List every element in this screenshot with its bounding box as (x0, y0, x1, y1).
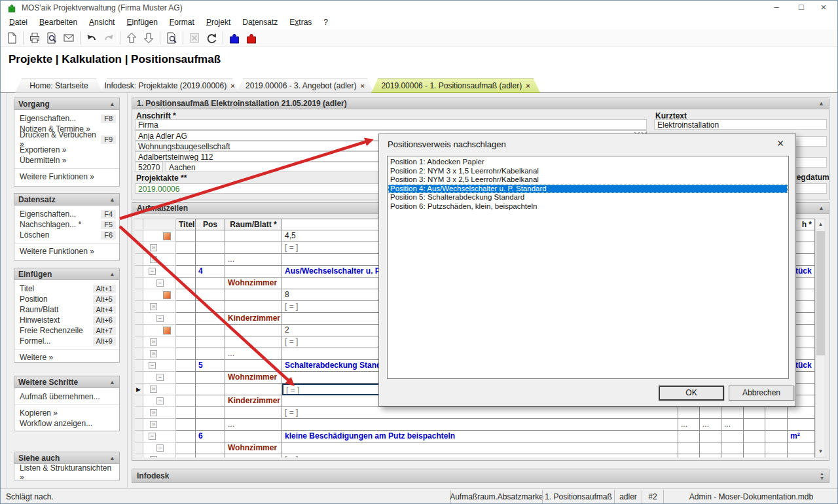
grid-header-titel[interactable]: Titel (176, 219, 196, 230)
sidebar-panel-header[interactable]: Datensatz▲ (14, 194, 119, 206)
grid-cell-n1[interactable] (678, 454, 700, 458)
tree-collapse-icon[interactable]: − (156, 397, 164, 405)
grid-header-pos[interactable]: Pos (196, 219, 225, 230)
grid-cell-n1[interactable] (678, 442, 700, 454)
tab-1[interactable]: Home: Startseite (15, 79, 103, 93)
tree-expand-icon[interactable]: » (150, 350, 157, 357)
grid-cell-raum[interactable] (225, 407, 282, 419)
tree-collapse-icon[interactable]: − (149, 268, 156, 275)
sidebar-item-kopieren[interactable]: Kopieren » (14, 408, 119, 418)
collapse-up-icon[interactable]: ▲ (109, 455, 115, 461)
grid-cell-text[interactable]: kleine Beschädigungen am Putz beispachte… (282, 431, 678, 442)
grid-cell-raum[interactable] (225, 242, 282, 254)
sidebar-item-position[interactable]: PositionAlt+5 (14, 294, 119, 304)
grid-cell-sel[interactable] (135, 360, 143, 372)
cancel-button[interactable]: Abbrechen (729, 386, 794, 401)
grid-cell-text[interactable]: [ = ] (282, 407, 678, 419)
grid-cell-pos[interactable] (196, 242, 225, 254)
grid-cell-sel[interactable] (135, 442, 143, 454)
grid-cell-sel[interactable] (135, 454, 143, 458)
tree-collapse-icon[interactable]: − (149, 362, 156, 369)
grid-cell-n4[interactable] (744, 407, 765, 419)
grid-cell-titel[interactable] (176, 442, 196, 454)
grid-cell-raum[interactable] (225, 289, 282, 301)
grid-tree-cell[interactable] (143, 419, 176, 431)
grid-cell-raum[interactable] (225, 301, 282, 313)
grid-cell-unit[interactable] (788, 442, 815, 454)
grid-tree-cell[interactable] (143, 454, 176, 458)
position-list-item[interactable]: Position 1: Abdecken Papier (388, 158, 788, 167)
menu-item-extras[interactable]: Extras (283, 16, 318, 28)
grid-cell-n1[interactable] (678, 431, 700, 442)
sidebar-panel-header[interactable]: Einfügen▲ (14, 268, 119, 280)
sidebar-item-freie-rechenzeile[interactable]: Freie RechenzeileAlt+7 (14, 325, 119, 336)
menu-item-datensatz[interactable]: Datensatz (236, 16, 283, 28)
collapse-up-icon[interactable]: ▲ (109, 379, 115, 386)
grid-header-tree[interactable] (143, 219, 176, 230)
grid-cell-pos[interactable] (196, 278, 225, 289)
grid-cell-n4[interactable] (744, 419, 765, 431)
collapse-up-icon[interactable]: ▲ (109, 196, 115, 203)
grid-cell-sel[interactable] (135, 348, 143, 360)
grid-cell-titel[interactable] (176, 348, 196, 360)
grid-cell-raum[interactable] (225, 454, 282, 458)
mail-icon[interactable] (61, 30, 77, 46)
grid-cell-pos[interactable] (196, 384, 225, 395)
tree-expand-icon[interactable]: » (150, 244, 157, 251)
grid-cell-pos[interactable] (196, 395, 225, 407)
grid-cell-raum[interactable]: Wohnzimmer (225, 372, 282, 384)
tab-close-icon[interactable]: × (230, 82, 234, 90)
grid-cell-sel[interactable] (135, 301, 143, 313)
grid-cell-sel[interactable] (135, 230, 143, 242)
tree-expand-icon[interactable]: » (150, 386, 157, 393)
grid-tree-cell[interactable] (143, 254, 176, 266)
undo-icon[interactable] (84, 30, 100, 46)
sidebar-item-eigenschaften[interactable]: Eigenschaften...F4 (14, 209, 119, 219)
menu-item-format[interactable]: Format (164, 16, 200, 28)
grid-cell-titel[interactable] (176, 301, 196, 313)
grid-tree-cell[interactable] (143, 242, 176, 254)
grid-cell-pos[interactable] (196, 230, 225, 242)
grid-cell-n3[interactable]: ... (721, 419, 744, 431)
sidebar-item-weitere[interactable]: Weitere » (14, 352, 119, 363)
tree-expand-icon[interactable]: » (150, 256, 157, 263)
grid-cell-sel[interactable] (135, 313, 143, 325)
tree-expand-icon[interactable]: » (150, 409, 157, 416)
sidebar-item-formel[interactable]: Formel...Alt+9 (14, 336, 119, 346)
grid-cell-sel[interactable] (135, 419, 143, 431)
minimize-button[interactable]: – (765, 1, 788, 15)
menu-item-ansicht[interactable]: Ansicht (83, 16, 120, 28)
grid-cell-n4[interactable] (744, 454, 765, 458)
tree-collapse-icon[interactable]: − (149, 433, 156, 440)
grid-cell-n5[interactable] (765, 419, 788, 431)
grid-cell-titel[interactable] (176, 384, 196, 395)
tree-node-icon[interactable] (163, 291, 171, 299)
grid-cell-titel[interactable] (176, 230, 196, 242)
grid-cell-n5[interactable] (765, 407, 788, 419)
grid-cell-n5[interactable] (765, 431, 788, 442)
sidebar-item-raum-blatt[interactable]: Raum/BlattAlt+4 (14, 304, 119, 315)
grid-cell-raum[interactable]: Wohnzimmer (225, 442, 282, 454)
grid-tree-cell[interactable] (143, 301, 176, 313)
grid-cell-n1[interactable] (678, 407, 700, 419)
sidebar-item-drucken-verbuchen[interactable]: Drucken & Verbuchen »F9 (14, 134, 119, 145)
tree-collapse-icon[interactable]: − (156, 374, 164, 381)
grid-cell-raum[interactable]: Kinderzimmer (225, 395, 282, 407)
grid-cell-unit[interactable] (788, 419, 815, 431)
grid-cell-raum[interactable]: ... (225, 419, 282, 431)
grid-cell-n2[interactable] (700, 442, 721, 454)
grid-cell-pos[interactable] (196, 454, 225, 458)
grid-cell-sel[interactable] (135, 278, 143, 289)
sidebar-item-listen-strukturansichten[interactable]: Listen & Strukturansichten » (14, 467, 119, 478)
tree-collapse-icon[interactable]: − (156, 444, 164, 452)
grid-cell-raum[interactable] (225, 384, 282, 395)
grid-cell-raum[interactable] (225, 431, 282, 442)
sidebar-item-workflow-anzeigen[interactable]: Workflow anzeigen... (14, 418, 119, 429)
grid-cell-titel[interactable] (176, 372, 196, 384)
grid-cell-n5[interactable] (765, 454, 788, 458)
scrollbar-thumb[interactable] (816, 231, 825, 355)
grid-cell-sel[interactable] (135, 395, 143, 407)
tab-close-icon[interactable]: × (361, 82, 365, 90)
sidebar-item-nachschlagen[interactable]: Nachschlagen... *F5 (14, 219, 119, 230)
grid-cell-titel[interactable] (176, 360, 196, 372)
